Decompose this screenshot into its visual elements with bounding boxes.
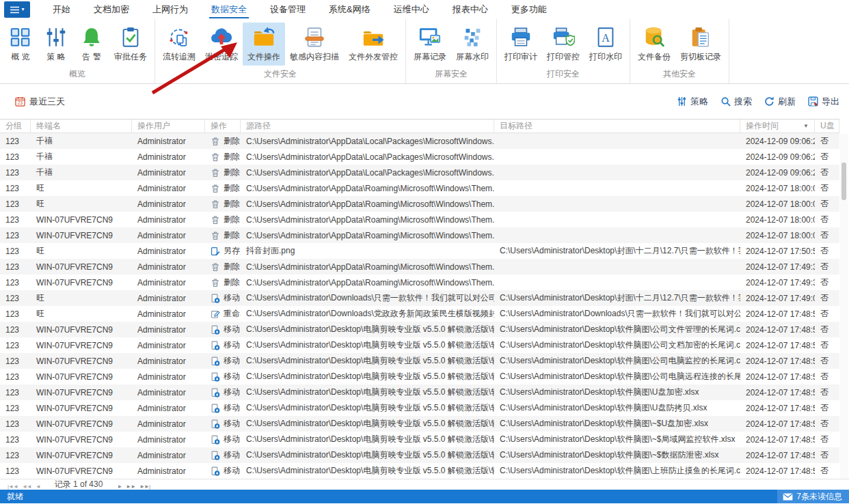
file-outgoing-control-button[interactable]: 文件外发管控 — [344, 23, 403, 66]
ribbon-button-label: 流转追溯 — [163, 51, 196, 63]
table-row[interactable]: 123WIN-07UFVRE7CN9Administrator移动C:\User… — [0, 353, 839, 369]
cell-terminal: WIN-07UFVRE7CN9 — [31, 322, 132, 337]
cell-action: 删除 — [205, 227, 241, 243]
vertical-scrollbar[interactable] — [840, 134, 848, 479]
save-as-icon — [211, 247, 220, 256]
menu-tab-more-features[interactable]: 更多功能 — [500, 0, 558, 19]
unread-messages-button[interactable]: 7条未读信息 — [777, 490, 849, 503]
table-row[interactable]: 123WIN-07UFVRE7CN9Administrator删除C:\User… — [0, 227, 839, 243]
table-row[interactable]: 123旺Administrator另存为抖音封面.pngC:\Users\Adm… — [0, 243, 839, 259]
screen-watermark-button[interactable]: 屏幕水印 — [451, 23, 494, 66]
cell-user: Administrator — [132, 400, 205, 416]
menu-tab-ops-center[interactable]: 运维中心 — [382, 0, 441, 19]
next-record-button[interactable]: ► — [115, 484, 124, 490]
file-operations-button[interactable]: 文件操作 — [243, 23, 285, 66]
column-header-usb[interactable]: U盘 — [815, 120, 839, 132]
column-header-group[interactable]: 分组 — [0, 120, 31, 132]
menu-tab-web-behavior[interactable]: 上网行为 — [141, 0, 200, 19]
table-row[interactable]: 123WIN-07UFVRE7CN9Administrator移动C:\User… — [0, 400, 839, 416]
cell-usb: 否 — [815, 275, 839, 290]
menu-tab-start[interactable]: 开始 — [41, 0, 82, 19]
column-header-target[interactable]: 目标路径 — [494, 120, 740, 132]
policy-button[interactable]: 策 略 — [38, 23, 74, 66]
doc-a-icon: A — [593, 25, 619, 49]
table-row[interactable]: 123旺Administrator移动C:\Users\Administrato… — [0, 290, 839, 306]
cell-source: C:\Users\Administrator\AppData\Roaming\M… — [241, 275, 494, 290]
cell-group: 123 — [0, 212, 31, 227]
export-button[interactable]: 导出 — [808, 96, 839, 108]
scrollbar-thumb[interactable] — [841, 163, 846, 200]
table-row[interactable]: 123WIN-07UFVRE7CN9Administrator移动C:\User… — [0, 432, 839, 447]
cell-group: 123 — [0, 337, 31, 353]
policy-button[interactable]: 策略 — [677, 96, 708, 108]
ribbon-group-file-security: 流转追溯泄密追踪文件操作敏感内容扫描文件外发管控文件安全 — [155, 19, 406, 83]
screen-record-button[interactable]: 屏幕记录 — [409, 23, 451, 66]
table-row[interactable]: 123千禧Administrator删除C:\Users\Administrat… — [0, 133, 839, 149]
print-watermark-button[interactable]: A打印水印 — [584, 23, 627, 66]
app-menu-button[interactable]: ▾ — [4, 1, 30, 18]
prev-group-button[interactable]: ◄◄ — [20, 484, 33, 490]
date-range-filter[interactable]: 23 最近三天 — [15, 96, 65, 108]
table-row[interactable]: 123WIN-07UFVRE7CN9Administrator移动C:\User… — [0, 322, 839, 337]
menu-tab-device-management[interactable]: 设备管理 — [258, 0, 317, 19]
file-backup-button[interactable]: 文件备份 — [633, 23, 675, 66]
table-row[interactable]: 123WIN-07UFVRE7CN9Administrator移动C:\User… — [0, 384, 839, 400]
circulation-trace-button[interactable]: 流转追溯 — [158, 23, 200, 66]
cell-terminal: 千禧 — [31, 149, 132, 165]
column-header-source[interactable]: 源路径 — [241, 120, 494, 132]
table-row[interactable]: 123WIN-07UFVRE7CN9Administrator移动C:\User… — [0, 369, 839, 384]
cell-target: C:\Users\Administrator\Desktop\软件脑图\公司文件… — [494, 322, 740, 337]
table-row[interactable]: 123千禧Administrator删除C:\Users\Administrat… — [0, 165, 839, 180]
refresh-button[interactable]: 刷新 — [764, 96, 796, 108]
table-row[interactable]: 123WIN-07UFVRE7CN9Administrator移动C:\User… — [0, 416, 839, 432]
column-header-terminal[interactable]: 终端名 — [31, 120, 132, 132]
table-row[interactable]: 123WIN-07UFVRE7CN9Administrator移动C:\User… — [0, 337, 839, 353]
prev-record-button[interactable]: ◄ — [33, 484, 42, 490]
printer-shield-icon — [550, 25, 576, 49]
column-header-time[interactable]: 操作时间▼ — [740, 120, 815, 132]
cell-terminal: 千禧 — [31, 133, 132, 149]
pager-nav-left: |◄◄◄◄◄ — [5, 479, 42, 491]
table-row[interactable]: 123WIN-07UFVRE7CN9Administrator删除C:\User… — [0, 212, 839, 227]
menu-tab-system-network[interactable]: 系统&网络 — [317, 0, 382, 19]
print-audit-button[interactable]: 打印审计 — [500, 23, 542, 66]
cell-source: C:\Users\Administrator\Desktop\电脑剪映专业版 v… — [241, 416, 494, 432]
cell-action: 删除 — [205, 259, 241, 275]
sensitive-content-scan-button[interactable]: 敏感内容扫描 — [285, 23, 344, 66]
menu-tab-report-center[interactable]: 报表中心 — [441, 0, 500, 19]
doc-a-icon: A — [594, 27, 617, 48]
ribbon-group-buttons: 屏幕记录屏幕水印 — [409, 19, 494, 68]
cell-group: 123 — [0, 227, 31, 243]
menu-tab-data-security[interactable]: 数据安全 — [200, 0, 258, 19]
pagination-bar: |◄◄◄◄◄ 记录 1 of 430 ►►►►►| — [0, 479, 849, 490]
approval-tasks-button[interactable]: 审批任务 — [109, 23, 152, 66]
table-row[interactable]: 123WIN-07UFVRE7CN9Administrator移动C:\User… — [0, 447, 839, 463]
table-row[interactable]: 123旺Administrator删除C:\Users\Administrato… — [0, 196, 839, 212]
print-control-button[interactable]: 打印管控 — [542, 23, 584, 66]
table-row[interactable]: 123千禧Administrator删除C:\Users\Administrat… — [0, 149, 839, 165]
cell-group: 123 — [0, 196, 31, 212]
column-header-action[interactable]: 操作 — [205, 120, 241, 132]
menu-tab-doc-encryption[interactable]: 文档加密 — [82, 0, 141, 19]
table-row[interactable]: 123旺Administrator重命名C:\Users\Administrat… — [0, 306, 839, 322]
cell-terminal: WIN-07UFVRE7CN9 — [31, 275, 132, 290]
table-row[interactable]: 123WIN-07UFVRE7CN9Administrator删除C:\User… — [0, 275, 839, 290]
clipboard-record-button[interactable]: 剪切板记录 — [675, 23, 726, 66]
action-text: 移动 — [224, 292, 240, 304]
search-button[interactable]: 搜索 — [720, 96, 752, 108]
cell-terminal: 旺 — [31, 243, 132, 259]
alert-button[interactable]: 告 警 — [74, 23, 109, 66]
column-header-user[interactable]: 操作用户 — [132, 120, 205, 132]
table-row[interactable]: 123旺Administrator删除C:\Users\Administrato… — [0, 180, 839, 196]
cell-terminal: WIN-07UFVRE7CN9 — [31, 259, 132, 275]
cell-user: Administrator — [132, 133, 205, 149]
table-row[interactable]: 123WIN-07UFVRE7CN9Administrator移动C:\User… — [0, 463, 839, 479]
status-bar: 就绪 7条未读信息 — [0, 490, 849, 503]
next-group-button[interactable]: ►► — [124, 484, 137, 490]
leak-trace-button[interactable]: 泄密追踪 — [200, 23, 243, 66]
last-page-button[interactable]: ►►| — [137, 484, 152, 490]
overview-button[interactable]: 概 览 — [3, 23, 38, 66]
first-page-button[interactable]: |◄◄ — [5, 484, 20, 490]
table-row[interactable]: 123WIN-07UFVRE7CN9Administrator删除C:\User… — [0, 259, 839, 275]
cell-group: 123 — [0, 322, 31, 337]
